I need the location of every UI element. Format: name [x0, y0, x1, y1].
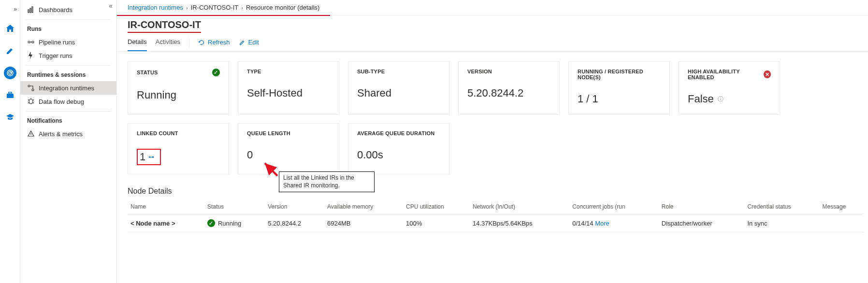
- main: Integration runtimes › IR-CONTOSO-IT › R…: [117, 0, 868, 283]
- check-icon: ✓: [207, 219, 215, 227]
- card-version: VERSION 5.20.8244.2: [458, 61, 560, 114]
- annotation-text: List all the Linked IRs in the Shared IR…: [279, 171, 375, 192]
- col-jobs[interactable]: Concurrent jobs (run: [569, 199, 659, 214]
- tabs: Details Activities Refresh Edit: [117, 32, 868, 52]
- sidebar-item-data-flow-debug[interactable]: Data flow debug: [20, 95, 116, 108]
- error-icon: ✕: [764, 71, 771, 78]
- graduation-icon[interactable]: [4, 111, 16, 124]
- cell-status: ✓ Running: [204, 214, 265, 232]
- sidebar-item-trigger-runs[interactable]: Trigger runs: [20, 49, 116, 62]
- divider: [26, 19, 111, 20]
- col-cred[interactable]: Credential status: [744, 199, 819, 214]
- svg-point-7: [28, 41, 30, 43]
- cell-role: Dispatcher/worker: [659, 214, 745, 232]
- card-value: 0.00s: [357, 149, 440, 161]
- svg-point-10: [32, 89, 34, 91]
- col-cpu[interactable]: CPU utilization: [403, 199, 470, 214]
- breadcrumb-sep: ›: [186, 5, 188, 11]
- card-label: STATUS: [137, 70, 158, 75]
- sidebar-label: Data flow debug: [39, 98, 84, 105]
- collapse-sidebar-icon[interactable]: «: [109, 2, 113, 10]
- svg-line-12: [265, 163, 277, 176]
- edit-label: Edit: [248, 39, 259, 46]
- page-title: IR-CONTOSO-IT: [117, 15, 868, 32]
- divider: [26, 111, 111, 112]
- card-label: QUEUE LENGTH: [247, 130, 290, 136]
- annotation-arrow-icon: [262, 160, 281, 180]
- info-icon[interactable]: ⓘ: [718, 95, 723, 103]
- sidebar-label: Alerts & metrics: [39, 130, 83, 138]
- card-label: HIGH AVAILABILITY ENABLED: [688, 69, 764, 80]
- link-icon: ⊶: [148, 154, 154, 160]
- svg-rect-5: [30, 8, 31, 13]
- home-icon[interactable]: [4, 22, 16, 35]
- status-cards: STATUS ✓ Running TYPE Self-Hosted SUB-TY…: [117, 52, 868, 178]
- svg-rect-3: [9, 92, 12, 94]
- col-name[interactable]: Name: [128, 199, 204, 214]
- card-status: STATUS ✓ Running: [128, 61, 229, 114]
- card-avg-queue: AVERAGE QUEUE DURATION 0.00s: [348, 123, 449, 174]
- breadcrumb-sep: ›: [241, 5, 243, 11]
- sidebar-label: Dashboards: [39, 6, 72, 14]
- cell-memory: 6924MB: [324, 214, 403, 232]
- card-value: Running: [137, 89, 220, 101]
- linked-count-button[interactable]: 1 ⊶: [137, 149, 161, 165]
- breadcrumb-link-ir[interactable]: IR-CONTOSO-IT: [191, 4, 239, 11]
- sidebar-item-alerts-metrics[interactable]: Alerts & metrics: [20, 127, 116, 141]
- divider: [189, 38, 189, 49]
- pencil-icon[interactable]: [4, 44, 16, 57]
- expand-rail-icon[interactable]: »: [14, 6, 17, 13]
- card-label: TYPE: [247, 69, 261, 74]
- table-row[interactable]: < Node name > ✓ Running 5.20.8244.2 6924…: [128, 214, 864, 232]
- sidebar-label: Trigger runs: [39, 52, 72, 59]
- card-value: 5.20.8244.2: [467, 87, 550, 99]
- card-label: RUNNING / REGISTERED NODE(S): [578, 69, 661, 80]
- col-role[interactable]: Role: [659, 199, 745, 214]
- svg-rect-2: [7, 94, 14, 98]
- cell-cpu: 100%: [403, 214, 470, 232]
- more-link[interactable]: More: [595, 220, 609, 227]
- col-network[interactable]: Network (In/Out): [470, 199, 569, 214]
- toolbox-icon[interactable]: [4, 89, 16, 101]
- svg-point-8: [32, 41, 34, 43]
- col-version[interactable]: Version: [265, 199, 324, 214]
- col-status[interactable]: Status: [204, 199, 265, 214]
- card-label: AVERAGE QUEUE DURATION: [357, 130, 434, 136]
- sidebar-item-dashboards[interactable]: Dashboards: [20, 3, 116, 16]
- tab-details[interactable]: Details: [128, 35, 147, 51]
- svg-point-9: [28, 85, 30, 87]
- card-label: VERSION: [467, 69, 492, 74]
- cell-cred: In sync: [744, 214, 819, 232]
- sidebar-group-runs: Runs: [20, 23, 116, 35]
- radar-icon[interactable]: [4, 67, 16, 79]
- cell-version: 5.20.8244.2: [265, 214, 324, 232]
- sidebar-label: Integration runtimes: [39, 85, 94, 92]
- card-subtype: SUB-TYPE Shared: [348, 61, 449, 114]
- col-memory[interactable]: Available memory: [324, 199, 403, 214]
- card-ha: HIGH AVAILABILITY ENABLED ✕ False ⓘ: [679, 61, 780, 114]
- card-value: Self-Hosted: [247, 87, 330, 99]
- col-msg[interactable]: Message: [820, 199, 864, 214]
- node-details-title: Node Details: [117, 178, 868, 199]
- sidebar-group-runtimes: Runtimes & sessions: [20, 69, 116, 81]
- card-label: SUB-TYPE: [357, 69, 385, 74]
- refresh-button[interactable]: Refresh: [198, 36, 230, 51]
- breadcrumb-link-integration-runtimes[interactable]: Integration runtimes: [128, 4, 183, 11]
- card-nodes: RUNNING / REGISTERED NODE(S) 1 / 1: [568, 61, 670, 114]
- cell-jobs: 0/14/14 More: [569, 214, 659, 232]
- svg-rect-4: [28, 10, 29, 13]
- card-value: 1: [140, 151, 145, 163]
- refresh-label: Refresh: [208, 39, 230, 46]
- edit-button[interactable]: Edit: [239, 36, 259, 51]
- sidebar: « Dashboards Runs Pipeline runs Trigger …: [20, 0, 117, 283]
- sidebar-item-pipeline-runs[interactable]: Pipeline runs: [20, 35, 116, 49]
- card-type: TYPE Self-Hosted: [238, 61, 339, 114]
- breadcrumb: Integration runtimes › IR-CONTOSO-IT › R…: [117, 0, 330, 16]
- card-linked-count: LINKED COUNT 1 ⊶: [128, 123, 229, 174]
- breadcrumb-link-resource-monitor[interactable]: Resource monitor (details): [246, 4, 319, 11]
- check-icon: ✓: [212, 69, 220, 76]
- left-rail: »: [0, 0, 20, 283]
- tab-activities[interactable]: Activities: [156, 35, 180, 51]
- card-value: False ⓘ: [688, 93, 771, 105]
- sidebar-item-integration-runtimes[interactable]: Integration runtimes: [20, 81, 116, 95]
